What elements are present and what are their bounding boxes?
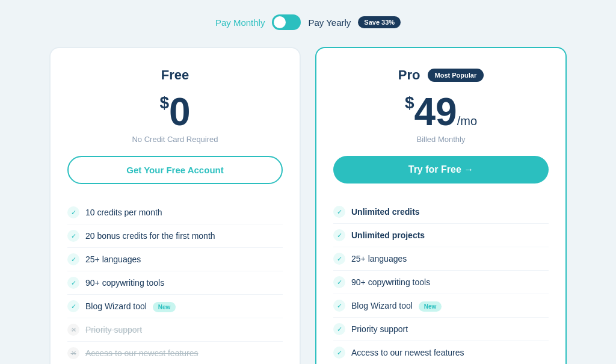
check-icon: ✓ bbox=[333, 229, 345, 241]
feature-label: 25+ languages bbox=[85, 254, 283, 264]
list-item: ✕ Access to our newest features bbox=[67, 342, 283, 364]
list-item: ✓ 90+ copywriting tools bbox=[333, 271, 549, 294]
new-badge: New bbox=[419, 301, 442, 312]
feature-label: 10 credits per month bbox=[85, 208, 283, 217]
feature-label: Unlimited projects bbox=[351, 230, 549, 240]
check-icon: ✓ bbox=[67, 206, 79, 218]
pro-price-amount: 49 bbox=[414, 90, 457, 134]
feature-label: Priority support bbox=[85, 325, 283, 335]
free-plan-cta-button[interactable]: Get Your Free Account bbox=[67, 156, 283, 184]
feature-label: Access to our newest features bbox=[351, 348, 549, 357]
x-icon: ✕ bbox=[67, 324, 79, 336]
free-price-subtitle: No Credit Card Required bbox=[67, 135, 283, 144]
list-item: ✓ 10 credits per month bbox=[67, 201, 283, 224]
save-badge: Save 33% bbox=[358, 16, 401, 28]
pro-plan-title: Pro bbox=[398, 67, 420, 83]
list-item: ✓ Access to our newest features bbox=[333, 341, 549, 364]
free-plan-price: $0 bbox=[67, 93, 283, 131]
feature-label: Blog Wizard tool New bbox=[351, 301, 549, 310]
pro-plan-price: $49/mo bbox=[333, 93, 549, 131]
free-plan-title: Free bbox=[67, 67, 283, 83]
free-features-list: ✓ 10 credits per month ✓ 20 bonus credit… bbox=[67, 201, 283, 364]
check-icon: ✓ bbox=[333, 323, 345, 335]
list-item: ✓ 20 bonus credits for the first month bbox=[67, 224, 283, 248]
billing-toggle: Pay Monthly Pay Yearly Save 33% bbox=[215, 14, 401, 30]
check-icon: ✓ bbox=[333, 206, 345, 218]
pro-plan-cta-button[interactable]: Try for Free → bbox=[333, 156, 549, 184]
check-icon: ✓ bbox=[67, 277, 79, 289]
check-icon: ✓ bbox=[67, 300, 79, 312]
list-item: ✓ 90+ copywriting tools bbox=[67, 271, 283, 295]
pro-price-period: /mo bbox=[457, 114, 477, 128]
free-price-amount: 0 bbox=[169, 90, 191, 134]
check-icon: ✓ bbox=[67, 253, 79, 265]
check-icon: ✓ bbox=[333, 276, 345, 288]
check-icon: ✓ bbox=[67, 230, 79, 242]
check-icon: ✓ bbox=[333, 300, 345, 312]
list-item: ✓ Unlimited credits bbox=[333, 200, 549, 224]
pro-title-row: Pro Most Popular bbox=[333, 67, 549, 83]
pricing-cards: Free $0 No Credit Card Required Get Your… bbox=[49, 47, 567, 364]
feature-label: Blog Wizard tool New bbox=[85, 301, 283, 311]
feature-label: Priority support bbox=[351, 324, 549, 334]
list-item: ✓ 25+ languages bbox=[67, 248, 283, 271]
list-item: ✓ Blog Wizard tool New bbox=[67, 295, 283, 318]
free-plan-card: Free $0 No Credit Card Required Get Your… bbox=[49, 47, 301, 364]
check-icon: ✓ bbox=[333, 347, 345, 359]
feature-label: 90+ copywriting tools bbox=[85, 278, 283, 288]
toggle-knob bbox=[274, 16, 286, 28]
new-badge: New bbox=[153, 302, 176, 312]
pay-yearly-label: Pay Yearly bbox=[308, 17, 351, 28]
free-price-currency: $ bbox=[159, 93, 169, 112]
feature-label: Access to our newest features bbox=[85, 348, 283, 358]
pay-monthly-label: Pay Monthly bbox=[215, 17, 265, 28]
feature-label: Unlimited credits bbox=[351, 207, 549, 217]
list-item: ✓ 25+ languages bbox=[333, 247, 549, 271]
x-icon: ✕ bbox=[67, 347, 79, 359]
list-item: ✓ Unlimited projects bbox=[333, 224, 549, 247]
list-item: ✕ Priority support bbox=[67, 318, 283, 342]
feature-label: 90+ copywriting tools bbox=[351, 277, 549, 287]
check-icon: ✓ bbox=[333, 253, 345, 265]
most-popular-badge: Most Popular bbox=[428, 69, 484, 82]
pro-features-list: ✓ Unlimited credits ✓ Unlimited projects… bbox=[333, 200, 549, 364]
pro-price-currency: $ bbox=[405, 93, 414, 112]
pro-price-subtitle: Billed Monthly bbox=[333, 135, 549, 144]
feature-label: 25+ languages bbox=[351, 254, 549, 264]
list-item: ✓ Priority support bbox=[333, 318, 549, 341]
list-item: ✓ Blog Wizard tool New bbox=[333, 294, 549, 318]
pro-plan-card: Pro Most Popular $49/mo Billed Monthly T… bbox=[315, 47, 567, 364]
feature-label: 20 bonus credits for the first month bbox=[85, 231, 283, 241]
billing-toggle-switch[interactable] bbox=[272, 14, 301, 30]
